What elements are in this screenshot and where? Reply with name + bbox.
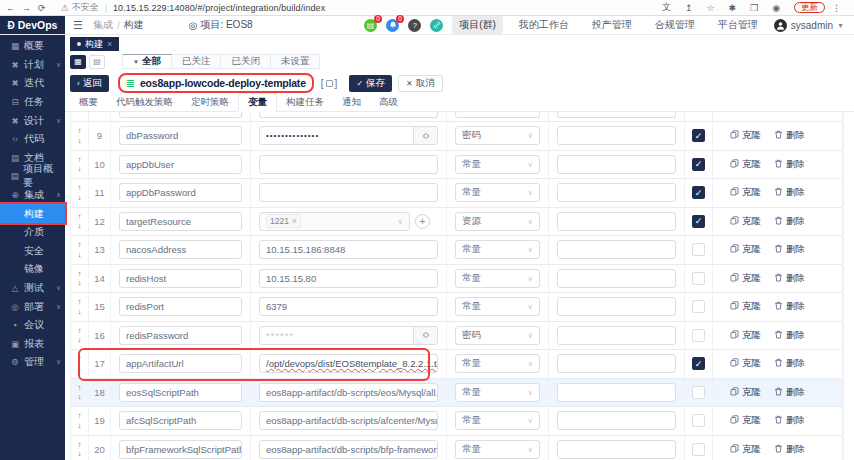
- move-down-icon[interactable]: ↓: [78, 194, 82, 202]
- variable-checkbox[interactable]: [692, 414, 705, 427]
- forward-icon[interactable]: →: [22, 3, 31, 13]
- move-down-icon[interactable]: ↓: [78, 137, 82, 145]
- move-up-icon[interactable]: ↑: [78, 412, 82, 420]
- move-up-icon[interactable]: ↑: [78, 355, 82, 363]
- variable-type-select[interactable]: 常量∨: [455, 183, 540, 202]
- variable-type-select[interactable]: 常量∨: [455, 297, 540, 316]
- variable-type-select[interactable]: 常量∨: [455, 155, 540, 174]
- variable-name-input[interactable]: redisPort: [119, 297, 242, 316]
- tab-schedule-policy[interactable]: 定时策略: [182, 94, 238, 111]
- sidebar-item-build[interactable]: 构建: [0, 204, 65, 223]
- variable-value-input[interactable]: eos8app-artifact/db-scripts/eos/Mysql/al…: [259, 383, 438, 402]
- help-icon[interactable]: ?: [408, 19, 421, 32]
- move-up-icon[interactable]: ↑: [78, 327, 82, 335]
- delete-link[interactable]: 删除: [774, 158, 805, 171]
- delete-link[interactable]: 删除: [774, 186, 805, 199]
- variable-value-input[interactable]: 10.15.15.80: [259, 269, 438, 288]
- nav-platform[interactable]: 平台管理: [711, 16, 765, 34]
- card-view-button[interactable]: ▦: [70, 55, 86, 69]
- clone-link[interactable]: 克隆: [730, 329, 761, 342]
- move-down-icon[interactable]: ↓: [78, 222, 82, 230]
- move-down-icon[interactable]: ↓: [78, 336, 82, 344]
- variable-name-input[interactable]: redisHost: [119, 269, 242, 288]
- devops-logo[interactable]: Ɖ DevOps: [0, 16, 65, 34]
- variable-checkbox[interactable]: ✓: [692, 357, 705, 370]
- delete-link[interactable]: 删除: [774, 300, 805, 313]
- variable-type-select[interactable]: 常量∨: [455, 269, 540, 288]
- move-down-icon[interactable]: ↓: [78, 308, 82, 316]
- delete-link[interactable]: 删除: [774, 329, 805, 342]
- variable-desc-input[interactable]: [557, 212, 676, 231]
- clone-link[interactable]: 克隆: [730, 443, 761, 456]
- tab-code-trigger-policy[interactable]: 代码触发策略: [107, 94, 182, 111]
- delete-link[interactable]: 删除: [774, 243, 805, 256]
- resource-select[interactable]: 1221× ∨: [259, 212, 410, 231]
- variable-name-input[interactable]: eosSqlScriptPath: [119, 383, 242, 402]
- close-icon[interactable]: ×: [107, 39, 112, 49]
- move-up-icon[interactable]: ↑: [78, 298, 82, 306]
- variable-checkbox[interactable]: ✓: [692, 129, 705, 142]
- clone-link[interactable]: 克隆: [730, 386, 761, 399]
- variable-desc-input[interactable]: [557, 411, 676, 430]
- notifications-bell-icon[interactable]: 0: [386, 19, 399, 32]
- hamburger-menu-icon[interactable]: ☰: [73, 19, 83, 32]
- move-up-icon[interactable]: ↑: [78, 156, 82, 164]
- variable-name-input[interactable]: targetResource: [119, 212, 242, 231]
- move-up-icon[interactable]: ↑: [78, 213, 82, 221]
- variable-desc-input[interactable]: [557, 354, 676, 373]
- variable-checkbox[interactable]: ✓: [692, 158, 705, 171]
- variable-desc-input[interactable]: [557, 240, 676, 259]
- move-up-icon[interactable]: ↑: [78, 384, 82, 392]
- extensions-icon[interactable]: ✱: [729, 3, 737, 13]
- clone-link[interactable]: 克隆: [730, 215, 761, 228]
- sidebar-item-design[interactable]: ✖设计∨: [0, 111, 65, 130]
- list-view-button[interactable]: ▤: [89, 55, 105, 69]
- chrome-update-button[interactable]: 更新: [794, 2, 825, 13]
- variable-desc-input[interactable]: [557, 183, 676, 202]
- move-up-icon[interactable]: ↑: [78, 184, 82, 192]
- move-up-icon[interactable]: ↑: [78, 241, 82, 249]
- link-icon[interactable]: [430, 19, 443, 32]
- variable-value-input[interactable]: /opt/devops/dist/EOS8template_8.2.2.1.ta…: [259, 354, 438, 373]
- sidebar-item-code[interactable]: ‹›代码: [0, 130, 65, 149]
- sidebar-item-image[interactable]: 镜像: [0, 260, 65, 279]
- tab-build-tasks[interactable]: 构建任务: [277, 94, 333, 111]
- move-up-icon[interactable]: ↑: [78, 127, 82, 135]
- variable-checkbox[interactable]: [692, 443, 705, 456]
- clone-link[interactable]: 克隆: [730, 186, 761, 199]
- delete-link[interactable]: 删除: [774, 443, 805, 456]
- todo-icon[interactable]: ▤0: [364, 19, 377, 32]
- delete-link[interactable]: 删除: [774, 215, 805, 228]
- tab-overview[interactable]: 概要: [70, 94, 107, 111]
- remove-tag-icon[interactable]: ×: [292, 216, 297, 226]
- variable-type-select[interactable]: 资源∨: [455, 212, 540, 231]
- variable-value-input[interactable]: 10.15.15.186:8848: [259, 240, 438, 259]
- variable-desc-input[interactable]: [557, 383, 676, 402]
- variable-checkbox[interactable]: [692, 329, 705, 342]
- clone-link[interactable]: 克隆: [730, 272, 761, 285]
- user-menu[interactable]: sysadmin ▼: [774, 19, 844, 32]
- nav-workbench[interactable]: 我的工作台: [512, 16, 576, 34]
- move-down-icon[interactable]: ↓: [78, 365, 82, 373]
- variable-name-input[interactable]: nacosAddress: [119, 240, 242, 259]
- tab-square-icon[interactable]: ❒: [750, 3, 758, 13]
- variable-checkbox[interactable]: ✓: [692, 186, 705, 199]
- sidebar-item-integration[interactable]: ⊕集成∧: [0, 186, 65, 205]
- variable-name-input[interactable]: appDbUser: [119, 155, 242, 174]
- variable-type-select[interactable]: 常量∨: [455, 354, 540, 373]
- variable-name-input[interactable]: bfpFrameworkSqlScriptPath: [119, 440, 242, 459]
- variable-value-input[interactable]: [259, 155, 438, 174]
- variable-desc-input[interactable]: [557, 269, 676, 288]
- back-icon[interactable]: ←: [6, 3, 15, 13]
- move-down-icon[interactable]: ↓: [78, 165, 82, 173]
- move-down-icon[interactable]: ↓: [78, 279, 82, 287]
- edit-name-icon[interactable]: []: [321, 78, 338, 89]
- nav-production[interactable]: 投产管理: [585, 16, 639, 34]
- sidebar-item-iteration[interactable]: ✖迭代: [0, 74, 65, 93]
- variable-type-select[interactable]: 常量∨: [455, 440, 540, 459]
- sidebar-item-project-overview[interactable]: ▤项目概要: [0, 167, 65, 186]
- clone-link[interactable]: 克隆: [730, 300, 761, 313]
- variable-value-input[interactable]: 6379: [259, 297, 438, 316]
- security-warning[interactable]: ⚠ 不安全: [61, 1, 99, 14]
- cancel-button[interactable]: ✕ 取消: [398, 75, 443, 92]
